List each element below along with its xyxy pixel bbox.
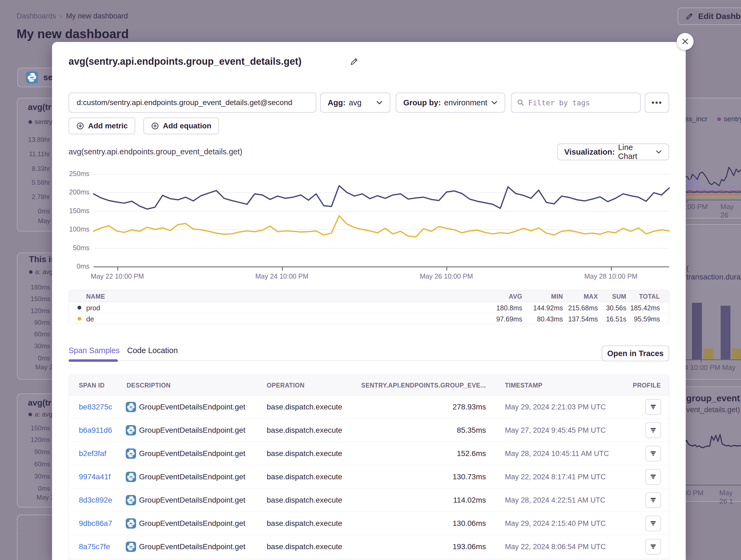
breadcrumb: Dashboards›My new dashboard [16,12,128,20]
span-duration: 114.02ms [453,496,486,504]
edit-title-button[interactable] [350,57,359,66]
span-id-link[interactable]: be83275c [79,403,112,411]
tab-code-location[interactable]: Code Location [127,346,178,355]
bg-y-label: 30ms [18,473,50,480]
close-icon [681,37,689,46]
series-total: 95.59ms [611,315,660,323]
summary-row-de[interactable]: de 97.69ms 80.43ms 137.54ms 16.51s 95.59… [69,313,669,324]
profile-icon [650,403,657,411]
bg-x-label: May 26 [721,203,741,219]
summary-header[interactable]: SUM [612,293,626,300]
bg-widget-title: group_event_ [686,393,741,403]
agg-select[interactable]: Agg:avg [320,93,390,113]
bg-x-label: 24 10:00 PM May [680,364,741,372]
span-description: GroupEventDetailsEndpoint.get [139,542,245,551]
visualization-value: Line Chart [618,143,652,161]
profile-button[interactable] [645,539,661,555]
chevron-down-icon [656,149,662,155]
add-equation-button[interactable]: Add equation [143,117,219,134]
bg-bar [732,348,741,359]
summary-row-prod[interactable]: prod 180.8ms 144.92ms 215.68ms 30.56s 18… [69,302,669,313]
span-id-link[interactable]: 9dbc86a7 [79,519,112,528]
bg-x-label: May 2 [35,364,53,371]
visualization-select[interactable]: Visualization: Line Chart [557,144,669,160]
samples-header-operation[interactable]: OPERATION [267,382,305,389]
span-id-link[interactable]: 9974a41f [79,473,111,481]
bg-x-tick [700,359,701,363]
plus-circle-icon [151,122,159,130]
tag-filter-input[interactable] [528,98,635,107]
add-metric-button[interactable]: Add metric [69,117,135,134]
span-duration: 85.35ms [457,426,486,434]
breadcrumb-current: My new dashboard [66,12,128,20]
add-metric-label: Add metric [88,122,128,130]
span-duration: 152.6ms [457,449,486,458]
span-operation: base.dispatch.execute [267,473,342,481]
samples-header-description[interactable]: DESCRIPTION [127,382,171,389]
open-in-traces-button[interactable]: Open in Traces [602,345,669,361]
samples-header-profile[interactable]: PROFILE [633,382,661,389]
span-description: GroupEventDetailsEndpoint.get [139,519,245,528]
profile-button[interactable] [645,399,661,415]
bg-bar [692,303,702,359]
span-id-link[interactable]: b6a911d6 [79,426,112,434]
bg-y-label: 13.89hr [18,136,50,144]
span-duration: 278.93ms [453,403,486,411]
bg-y-label: 150ms [18,424,50,432]
legend-dot [29,270,32,274]
span-id-link[interactable]: 8a75c7fe [79,542,110,551]
bg-widget-title: avg(tr [28,398,51,408]
span-description: GroupEventDetailsEndpoint.get [139,449,245,458]
series-dot [77,306,81,310]
search-icon [517,99,525,106]
python-icon [26,72,38,83]
summary-header[interactable]: MAX [584,293,598,300]
plus-circle-icon [76,122,84,130]
groupby-value: environment [444,98,488,107]
close-button[interactable] [677,33,693,50]
bg-y-label: 180ms [18,284,50,291]
profile-button[interactable] [645,446,661,462]
samples-header-span-id[interactable]: SPAN ID [79,382,105,389]
summary-header[interactable]: TOTAL [639,293,660,300]
bg-x-axis [685,199,741,201]
bg-y-label: 30ms [18,342,50,350]
profile-button[interactable] [645,422,661,438]
summary-header[interactable]: AVG [509,293,522,300]
samples-header-metric[interactable]: SENTRY.API.ENDPOINTS.GROUP_EVE... [361,382,486,389]
breadcrumb-dashboards-link[interactable]: Dashboards [16,12,56,20]
samples-header-timestamp[interactable]: TIMESTAMP [505,382,542,389]
bg-y-label: 5.56hr [18,179,50,186]
bg-y-label: 0ms [18,208,50,215]
python-icon [126,518,136,529]
tab-span-samples[interactable]: Span Samples [69,346,120,355]
span-id-link[interactable]: 8d3c892e [79,496,112,504]
query-overflow-button[interactable]: ••• [645,93,669,113]
profile-button[interactable] [645,515,661,531]
bg-y-label: 60ms [18,330,50,338]
summary-header[interactable]: MIN [551,293,563,300]
bg-y-label: 90ms [18,319,50,326]
bg-line-chart [680,431,741,454]
legend-dot [28,120,32,124]
profile-button[interactable] [645,492,661,508]
metric-query-input[interactable] [69,93,316,113]
series-total: 185.42ms [611,304,660,312]
metric-line-chart[interactable] [93,163,669,266]
profile-button[interactable] [645,469,661,485]
python-icon [126,542,136,552]
profile-icon [650,496,657,504]
bg-y-label: 60ms [18,460,50,468]
edit-dashboard-button[interactable]: Edit Dashboard [678,8,741,25]
span-description: GroupEventDetailsEndpoint.get [139,426,245,434]
bg-y-label: 90ms [18,448,50,456]
bg-x-axis [686,359,741,360]
python-icon [126,495,136,505]
python-icon [126,472,136,482]
span-id-link[interactable]: b2ef3faf [79,449,106,458]
profile-icon [650,426,657,434]
bg-y-label: 11.11hr [18,150,50,158]
bg-x-label: May 2 [37,494,54,501]
sample-row: be83275c GroupEventDetailsEndpoint.get b… [69,395,669,419]
groupby-select[interactable]: Group by:environment [396,93,505,113]
